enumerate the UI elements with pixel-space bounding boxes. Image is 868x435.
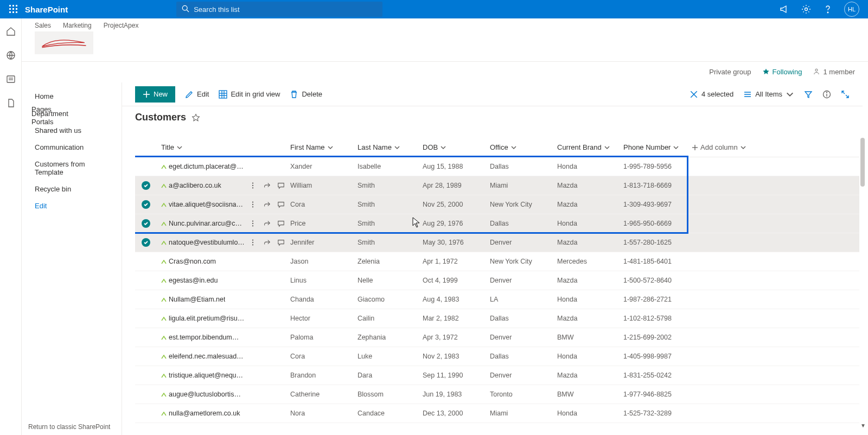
col-phone[interactable]: Phone Number	[623, 143, 692, 151]
nav-communication[interactable]: Communication	[22, 139, 122, 156]
checkmark-icon[interactable]	[142, 200, 150, 209]
comment-icon[interactable]	[277, 239, 285, 246]
table-header: Title First Name Last Name DOB Office Cu…	[135, 138, 859, 157]
filter-button[interactable]	[804, 90, 813, 99]
hub-link-marketing[interactable]: Marketing	[63, 22, 92, 29]
checkmark-icon[interactable]	[142, 181, 150, 190]
item-title[interactable]: natoque@vestibulumlor...	[169, 239, 245, 246]
table-row[interactable]: natoque@vestibulumlor...JenniferSmithMay…	[135, 233, 859, 252]
user-avatar[interactable]: HL	[844, 2, 859, 17]
follow-button[interactable]: Following	[762, 68, 802, 76]
star-outline-icon[interactable]	[192, 113, 200, 122]
more-icon[interactable]	[249, 239, 257, 246]
item-title[interactable]: Cras@non.com	[169, 258, 216, 265]
edit-button[interactable]: Edit	[185, 90, 209, 99]
item-title[interactable]: a@aclibero.co.uk	[169, 182, 221, 189]
files-rail-icon[interactable]	[5, 98, 16, 108]
nav-customers[interactable]: Customers from Template	[22, 156, 122, 181]
search-input[interactable]	[194, 5, 377, 14]
nav-recycle[interactable]: Recycle bin	[22, 181, 122, 197]
comment-icon[interactable]	[277, 182, 285, 189]
scrollbar-thumb[interactable]	[860, 138, 865, 187]
checkmark-icon[interactable]	[142, 219, 150, 228]
site-logo[interactable]	[35, 31, 93, 54]
cell-phone: 1-831-255-0242	[623, 372, 692, 379]
cell-office: Denver	[490, 277, 557, 284]
item-title[interactable]: ligula.elit.pretium@risus.ca	[169, 315, 245, 322]
more-icon[interactable]	[249, 201, 257, 208]
more-icon[interactable]	[249, 220, 257, 227]
table-row[interactable]: est.tempor.bibendum@neccursusa.comPaloma…	[135, 328, 859, 347]
cell-ln: Zelenia	[358, 258, 423, 265]
news-rail-icon[interactable]	[5, 74, 16, 85]
hub-link-projectapex[interactable]: ProjectApex	[104, 22, 139, 29]
new-button[interactable]: New	[135, 86, 175, 103]
nav-home[interactable]: Home	[22, 88, 122, 105]
table-row[interactable]: vitae.aliquet@sociisnato...CoraSmithNov …	[135, 195, 859, 214]
search-box[interactable]	[176, 2, 382, 17]
scrollbar[interactable]: ▼	[860, 138, 866, 420]
clear-selection-button[interactable]: 4 selected	[690, 90, 733, 99]
megaphone-icon[interactable]	[779, 4, 790, 15]
item-title[interactable]: eleifend.nec.malesuada@atrisus.ca	[169, 353, 245, 360]
table-row[interactable]: ligula.elit.pretium@risus.caHectorCailin…	[135, 309, 859, 328]
settings-icon[interactable]	[801, 4, 812, 15]
help-icon[interactable]	[822, 4, 833, 15]
item-title[interactable]: Nullam@Etiam.net	[169, 296, 225, 303]
table-row[interactable]: augue@luctuslobortisClass.co.ukCatherine…	[135, 385, 859, 404]
table-row[interactable]: Cras@non.comJasonZeleniaApr 1, 1972New Y…	[135, 252, 859, 271]
grid-edit-button[interactable]: Edit in grid view	[219, 90, 280, 99]
hub-link-sales[interactable]: Sales	[35, 22, 51, 29]
col-title[interactable]: Title	[157, 143, 290, 151]
more-icon[interactable]	[249, 182, 257, 189]
expand-icon	[841, 90, 850, 99]
list-title: Customers	[135, 112, 186, 123]
view-selector[interactable]: All Items	[743, 90, 794, 99]
return-classic-link[interactable]: Return to classic SharePoint	[28, 423, 110, 431]
app-launcher-icon[interactable]	[4, 0, 23, 18]
cell-ln: Luke	[358, 353, 423, 360]
col-dob[interactable]: DOB	[423, 143, 490, 151]
comment-icon[interactable]	[277, 201, 285, 208]
item-title[interactable]: est.tempor.bibendum@neccursusa.com	[169, 334, 245, 341]
col-brand[interactable]: Current Brand	[557, 143, 623, 151]
cell-ln: Blossom	[358, 391, 423, 398]
add-column-button[interactable]: Add column	[692, 143, 778, 151]
share-icon[interactable]	[263, 182, 271, 189]
checkmark-icon[interactable]	[142, 238, 150, 247]
table-row[interactable]: a@aclibero.co.ukWilliamSmithApr 28, 1989…	[135, 176, 859, 195]
share-icon[interactable]	[263, 201, 271, 208]
item-title[interactable]: augue@luctuslobortisClass.co.uk	[169, 391, 245, 398]
table-row[interactable]: tristique.aliquet@neque.co.ukBrandonDara…	[135, 366, 859, 385]
col-office[interactable]: Office	[490, 143, 557, 151]
item-title[interactable]: nulla@ametlorem.co.uk	[169, 410, 240, 417]
table-row[interactable]: nulla@ametlorem.co.ukNoraCandaceDec 13, …	[135, 404, 859, 423]
col-last-name[interactable]: Last Name	[358, 143, 423, 151]
item-title[interactable]: Nunc.pulvinar.arcu@con...	[169, 220, 245, 227]
members-link[interactable]: 1 member	[813, 68, 855, 76]
table-row[interactable]: eleifend.nec.malesuada@atrisus.caCoraLuk…	[135, 347, 859, 366]
delete-button[interactable]: Delete	[290, 90, 322, 99]
nav-edit[interactable]: Edit	[22, 197, 122, 214]
share-icon[interactable]	[263, 220, 271, 227]
table-row[interactable]: Nunc.pulvinar.arcu@con...PriceSmithAug 2…	[135, 214, 859, 233]
table-row[interactable]: egestas@in.eduLinusNelleOct 4, 1999Denve…	[135, 271, 859, 290]
item-title[interactable]: vitae.aliquet@sociisnato...	[169, 201, 245, 208]
item-title[interactable]: tristique.aliquet@neque.co.uk	[169, 372, 245, 379]
scroll-down-icon[interactable]: ▼	[860, 423, 866, 428]
item-title[interactable]: eget.dictum.placerat@mattis.ca	[169, 163, 245, 170]
home-rail-icon[interactable]	[5, 26, 16, 37]
comment-icon[interactable]	[277, 220, 285, 227]
info-button[interactable]	[822, 90, 831, 99]
site-meta: Private group Following 1 member	[709, 62, 855, 81]
nav-department-portals[interactable]: Department Portals	[22, 113, 40, 122]
expand-button[interactable]	[841, 90, 850, 99]
item-icon	[161, 411, 167, 416]
table-row[interactable]: eget.dictum.placerat@mattis.caXanderIsab…	[135, 157, 859, 176]
col-first-name[interactable]: First Name	[290, 143, 358, 151]
app-name[interactable]: SharePoint	[25, 5, 68, 14]
item-title[interactable]: egestas@in.edu	[169, 277, 218, 284]
globe-rail-icon[interactable]	[5, 50, 16, 61]
table-row[interactable]: Nullam@Etiam.netChandaGiacomoAug 4, 1983…	[135, 290, 859, 309]
share-icon[interactable]	[263, 239, 271, 246]
